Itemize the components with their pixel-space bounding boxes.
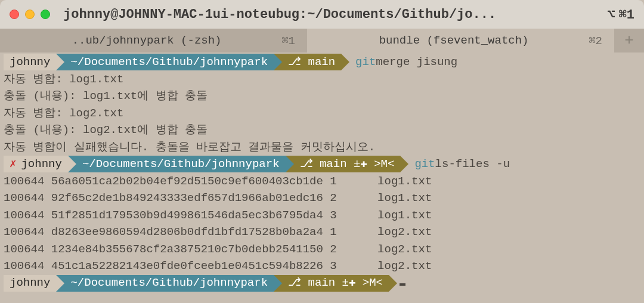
add-tab-button[interactable]: + — [614, 29, 644, 52]
window-title: johnny@JOHNNY-MAC-1ui-noteubug:~/Documen… — [63, 7, 607, 22]
prompt-path: ~/Documents/Github/johnnypark — [56, 275, 274, 292]
lsfiles-row: 100644 92f65c2de1b849243333edf657d1966ab… — [4, 190, 640, 207]
close-button[interactable] — [10, 10, 19, 19]
tab-1[interactable]: ..ub/johnnypark (-zsh) ⌘1 — [0, 29, 307, 52]
prompt-branch: ⎇ main ±✚ >M< — [274, 275, 389, 292]
lsfiles-row: 100644 56a6051ca2b02b04ef92d5150c9ef6004… — [4, 173, 640, 190]
prompt-user: johnny — [4, 275, 56, 292]
prompt-command: git merge jisung — [341, 54, 457, 71]
minimize-button[interactable] — [25, 10, 35, 19]
lsfiles-output: 100644 56a6051ca2b02b04ef92d5150c9ef6004… — [4, 173, 640, 275]
lsfiles-row: 100644 451c1a52282143e0fde0fceeb1e0451c5… — [4, 258, 640, 275]
tab-label: ..ub/johnnypark (-zsh) — [12, 34, 281, 47]
lsfiles-row: 100644 d8263ee9860594d2806b0dfd1bfd17528… — [4, 224, 640, 241]
prompt-branch: ⎇ main — [274, 54, 341, 70]
tab-shortcut: ⌘1 — [281, 33, 295, 48]
window-title-bar: johnny@JOHNNY-MAC-1ui-noteubug:~/Documen… — [0, 0, 644, 29]
traffic-lights — [10, 10, 50, 19]
tab-label: bundle (fsevent_watch) — [319, 34, 589, 47]
error-icon: ✗ — [10, 156, 16, 173]
output-line: 충돌 (내용): log1.txt에 병합 충돌 — [4, 88, 640, 105]
tab-shortcut: ⌘2 — [589, 33, 602, 48]
lsfiles-row: 100644 1234e84b355678cf2a3875210c7b0debb… — [4, 241, 640, 258]
output-line: 충돌 (내용): log2.txt에 병합 충돌 — [4, 122, 640, 139]
output-line: 자동 병합: log2.txt — [4, 105, 640, 122]
prompt-path: ~/Documents/Github/johnnypark — [56, 54, 274, 70]
lsfiles-row: 100644 51f2851d179530b9d499861546da5ec3b… — [4, 207, 640, 224]
plus-icon: + — [624, 32, 634, 50]
tab-2[interactable]: bundle (fsevent_watch) ⌘2 — [307, 29, 614, 52]
prompt-command: git ls-files -u — [400, 156, 510, 173]
prompt-path: ~/Documents/Github/johnnypark — [68, 156, 286, 172]
option-icon: ⌥ — [607, 7, 615, 23]
prompt-line-1: johnny ~/Documents/Github/johnnypark ⎇ m… — [4, 54, 640, 71]
output-line: 자동 병합: log1.txt — [4, 71, 640, 88]
tab-bar: ..ub/johnnypark (-zsh) ⌘1 bundle (fseven… — [0, 29, 644, 52]
prompt-line-2: ✗johnny ~/Documents/Github/johnnypark ⎇ … — [4, 156, 640, 173]
prompt-user: ✗johnny — [4, 156, 68, 172]
maximize-button[interactable] — [41, 10, 50, 19]
cursor — [400, 283, 405, 286]
prompt-user: johnny — [4, 54, 56, 70]
output-line: 자동 병합이 실패했습니다. 충돌을 바로잡고 결과물을 커밋하십시오. — [4, 139, 640, 156]
terminal-content[interactable]: johnny ~/Documents/Github/johnnypark ⎇ m… — [0, 52, 644, 293]
prompt-branch: ⎇ main ±✚ >M< — [286, 156, 401, 172]
window-shortcut: ⌥ ⌘1 — [607, 7, 634, 23]
prompt-line-3: johnny ~/Documents/Github/johnnypark ⎇ m… — [4, 275, 640, 292]
